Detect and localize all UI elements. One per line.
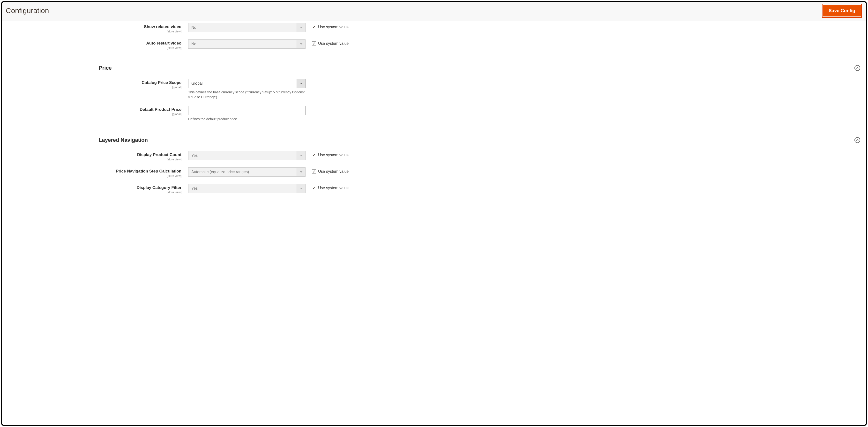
select-value-show-related-video: No <box>188 25 297 30</box>
select-value-catalog-price-scope: Global <box>188 81 297 86</box>
field-price-nav-step-calc: Price Navigation Step Calculation [store… <box>99 165 861 182</box>
chevron-down-icon <box>297 23 305 32</box>
select-value-display-category-filter: Yes <box>188 186 297 191</box>
select-value-price-nav-step-calc: Automatic (equalize price ranges) <box>188 170 297 174</box>
scope-auto-restart-video: [store view] <box>99 46 181 50</box>
chevron-down-icon <box>297 151 305 160</box>
section-heading-layered-nav: Layered Navigation <box>99 137 148 143</box>
page-header: Configuration Save Config <box>2 2 866 21</box>
scope-price-nav-step-calc: [store view] <box>99 174 181 178</box>
field-display-product-count: Display Product Count [store view] Yes U… <box>99 149 861 165</box>
save-config-button[interactable]: Save Config <box>823 5 861 17</box>
section-heading-price: Price <box>99 65 112 71</box>
checkbox-label-use-system-display-count[interactable]: Use system value <box>318 153 349 157</box>
checkbox-use-system-display-category-filter[interactable] <box>312 186 316 190</box>
checkbox-label-use-system-auto-restart[interactable]: Use system value <box>318 41 349 46</box>
checkbox-use-system-display-count[interactable] <box>312 153 316 157</box>
select-display-category-filter: Yes <box>188 184 306 193</box>
chevron-down-icon <box>297 79 305 88</box>
field-show-related-video: Show related video [store view] No Use s… <box>99 21 861 37</box>
chevron-up-icon <box>855 65 860 71</box>
scope-display-category-filter: [store view] <box>99 191 181 194</box>
checkbox-label-use-system-display-category-filter[interactable]: Use system value <box>318 186 349 190</box>
select-price-nav-step-calc: Automatic (equalize price ranges) <box>188 167 306 177</box>
chevron-up-icon <box>855 137 860 143</box>
field-catalog-price-scope: Catalog Price Scope [global] Global This… <box>99 77 861 104</box>
checkbox-use-system-show-related[interactable] <box>312 25 316 29</box>
section-toggle-layered-nav[interactable]: Layered Navigation <box>99 132 861 149</box>
select-display-product-count: Yes <box>188 151 306 160</box>
select-value-auto-restart-video: No <box>188 42 297 46</box>
config-content: Show related video [store view] No Use s… <box>2 21 866 425</box>
note-default-product-price: Defines the default product price <box>188 117 306 122</box>
label-auto-restart-video: Auto restart video <box>146 41 181 45</box>
chevron-down-icon <box>297 167 305 176</box>
note-catalog-price-scope: This defines the base currency scope ("C… <box>188 90 306 99</box>
page-title: Configuration <box>6 6 49 15</box>
field-auto-restart-video: Auto restart video [store view] No Use s… <box>99 37 861 54</box>
scope-default-product-price: [global] <box>99 113 181 116</box>
field-default-product-price: Default Product Price [global] Defines t… <box>99 104 861 126</box>
scope-display-product-count: [store view] <box>99 158 181 161</box>
checkbox-label-use-system-step-calc[interactable]: Use system value <box>318 169 349 174</box>
scope-show-related-video: [store view] <box>99 30 181 33</box>
select-value-display-product-count: Yes <box>188 153 297 158</box>
select-auto-restart-video: No <box>188 39 306 49</box>
chevron-down-icon <box>297 40 305 49</box>
checkbox-use-system-step-calc[interactable] <box>312 169 316 174</box>
checkbox-use-system-auto-restart[interactable] <box>312 41 316 46</box>
field-display-category-filter: Display Category Filter [store view] Yes… <box>99 182 861 199</box>
label-price-nav-step-calc: Price Navigation Step Calculation <box>116 169 181 174</box>
select-catalog-price-scope[interactable]: Global <box>188 79 306 88</box>
input-default-product-price[interactable] <box>188 106 306 115</box>
scope-catalog-price-scope: [global] <box>99 86 181 89</box>
label-display-category-filter: Display Category Filter <box>137 185 181 190</box>
chevron-down-icon <box>297 184 305 193</box>
label-default-product-price: Default Product Price <box>140 107 181 112</box>
label-show-related-video: Show related video <box>144 25 181 29</box>
label-display-product-count: Display Product Count <box>137 152 181 157</box>
select-show-related-video: No <box>188 23 306 32</box>
label-catalog-price-scope: Catalog Price Scope <box>142 80 181 85</box>
checkbox-label-use-system-show-related[interactable]: Use system value <box>318 25 349 29</box>
section-toggle-price[interactable]: Price <box>99 60 861 77</box>
